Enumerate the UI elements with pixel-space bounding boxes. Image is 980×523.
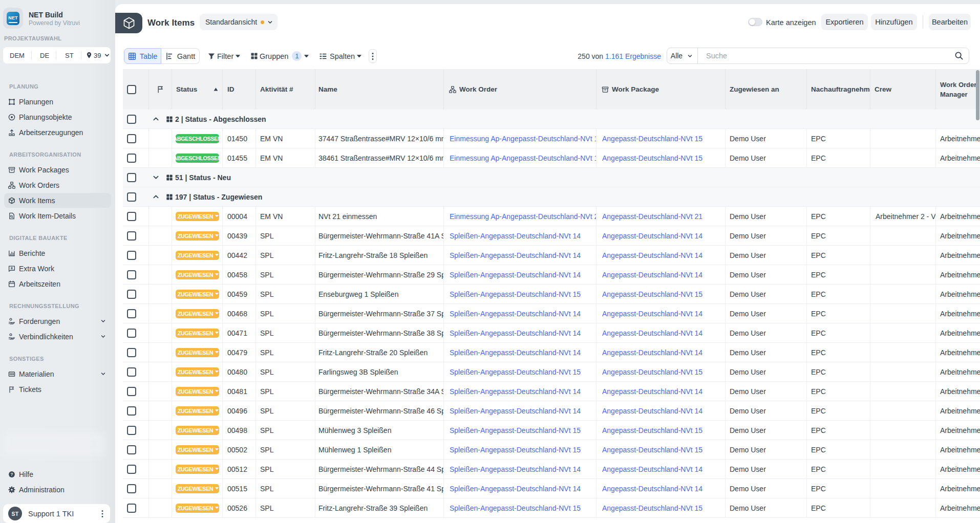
svg-text:?: ?: [10, 472, 13, 476]
